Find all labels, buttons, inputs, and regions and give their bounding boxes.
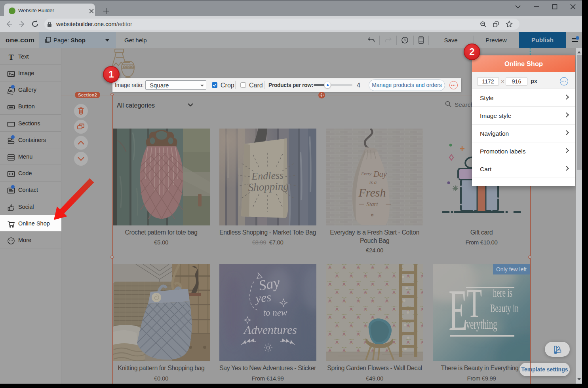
svg-text:T: T: [9, 53, 14, 61]
